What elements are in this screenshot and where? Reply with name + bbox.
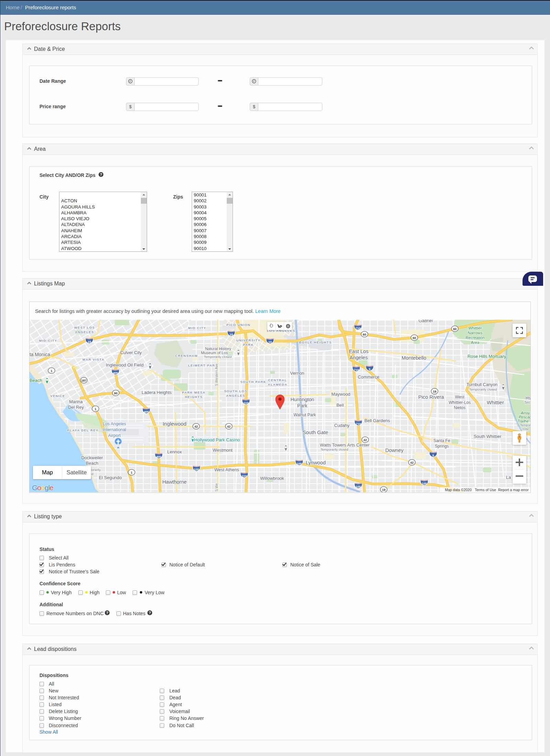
svg-text:HEIGHTS: HEIGHTS [185,395,203,399]
svg-text:West: West [455,395,464,399]
svg-text:East Los: East Los [349,349,368,354]
svg-text:MAR VISTA: MAR VISTA [82,358,104,361]
svg-text:MID-CITY: MID-CITY [39,339,57,342]
svg-text:60: 60 [413,336,416,340]
svg-text:60: 60 [453,327,457,331]
svg-text:Angeles: Angeles [349,355,368,360]
svg-text:1: 1 [94,407,96,411]
svg-text:Trailhe: Trailhe [517,419,529,423]
svg-text:West Athens: West Athens [214,467,239,472]
svg-text:ANGELES: ANGELES [226,394,245,397]
svg-text:VENICE: VENICE [50,394,65,398]
svg-text:ta Monica: ta Monica [30,352,50,357]
svg-text:105: 105 [296,462,302,465]
svg-text:Cudahy: Cudahy [334,423,350,428]
svg-text:Natural History: Natural History [205,347,231,351]
svg-text:Los Angeles: Los Angeles [103,421,126,426]
svg-text:S Western Ave: S Western Ave [215,363,218,386]
svg-text:105: 105 [356,485,361,488]
svg-text:close: close [521,427,529,431]
svg-text:Museum of Los...: Museum of Los... [201,351,231,355]
svg-text:Whittier-Los: Whittier-Los [449,400,471,405]
svg-text:Ladera Heights: Ladera Heights [142,390,171,395]
svg-text:CRENSHAW: CRENSHAW [175,354,198,358]
svg-text:WEST LOS: WEST LOS [74,326,95,329]
svg-text:42: 42 [410,461,414,464]
svg-text:Ten: Ten [524,401,530,405]
svg-text:Pescac: Pescac [519,415,530,419]
svg-text:Commerce: Commerce [358,374,379,380]
svg-text:1: 1 [131,471,132,474]
svg-text:Temporarily closed: Temporarily closed [469,387,497,391]
svg-text:ALAMEDA: ALAMEDA [268,383,287,386]
svg-text:710: 710 [356,422,361,426]
svg-text:Rose Hills Mortuary: Rose Hills Mortuary [468,354,506,359]
svg-text:Hollywood Park Casino: Hollywood Park Casino [194,437,240,442]
svg-text:110: 110 [242,474,247,478]
svg-text:Culver City: Culver City [120,350,142,355]
svg-text:Hawthorne: Hawthorne [162,479,187,485]
svg-text:Tempor: Tempor [520,424,530,427]
svg-text:Hs: Hs [526,396,530,400]
svg-text:10: 10 [88,340,91,343]
svg-text:Inglewood Oil Field: Inglewood Oil Field [106,362,144,368]
svg-text:Dockweiler: Dockweiler [81,455,103,460]
svg-text:405: 405 [144,410,149,414]
svg-text:Beach: Beach [30,378,42,383]
svg-text:10: 10 [268,340,272,344]
svg-text:Area: Area [471,340,480,345]
svg-text:19: 19 [433,390,436,393]
svg-text:PLAYA DEL REY: PLAYA DEL REY [67,428,98,432]
svg-text:Whittier: Whittier [469,326,482,330]
svg-text:PARK: PARK [243,343,254,347]
svg-text:105: 105 [422,482,427,485]
svg-text:SOUTH PARK: SOUTH PARK [240,380,266,384]
svg-text:5: 5 [369,368,370,371]
svg-text:Nietos: Nietos [454,405,465,410]
svg-text:Westmont: Westmont [213,448,233,453]
svg-text:60: 60 [363,333,366,336]
svg-text:BOYLE HEIGHTS: BOYLE HEIGHTS [299,340,332,344]
svg-text:42: 42 [227,425,231,428]
svg-text:105: 105 [194,468,199,471]
svg-text:MID CITY: MID CITY [188,326,206,330]
svg-text:Montebello: Montebello [402,355,426,361]
svg-text:Narrows: Narrows [468,331,483,335]
svg-text:PARK MESA: PARK MESA [182,391,206,394]
svg-text:Gabriel: Gabriel [418,320,433,323]
svg-text:Walnut Park: Walnut Park [294,413,316,417]
svg-text:Springs: Springs [435,444,449,449]
svg-text:405: 405 [113,371,118,375]
svg-text:International: International [103,427,126,432]
svg-text:Bell: Bell [336,403,344,408]
svg-text:Lynwood: Lynwood [306,460,326,465]
svg-text:Pico Rivera: Pico Rivera [418,394,444,400]
svg-text:Watts Towers Arts Center: Watts Towers Arts Center [320,442,370,448]
svg-text:SOUTH LOS: SOUTH LOS [224,389,247,393]
svg-text:South Gate: South Gate [303,430,328,435]
svg-text:90: 90 [114,392,117,395]
svg-text:Airport: Airport [108,433,121,438]
svg-text:Marina: Marina [69,399,83,404]
svg-text:Turnbull Canyon: Turnbull Canyon [467,382,498,387]
svg-text:405: 405 [156,455,161,459]
svg-text:42: 42 [363,438,367,442]
svg-text:Park: Park [297,403,307,408]
svg-text:Lennox: Lennox [167,449,182,454]
svg-text:10: 10 [229,333,233,336]
svg-text:710: 710 [355,327,360,330]
svg-text:UNIVERSITY: UNIVERSITY [236,338,261,342]
svg-text:Inglewood: Inglewood [162,421,186,427]
svg-text:ANGELES: ANGELES [75,330,94,334]
svg-text:CENTRAL: CENTRAL [268,378,287,382]
svg-text:El Segundo: El Segundo [99,475,122,480]
svg-text:Arroy: Arroy [520,411,530,415]
svg-text:Del Rey: Del Rey [68,405,84,410]
svg-text:Bell Gardens: Bell Gardens [364,418,390,423]
svg-text:Downey: Downey [385,448,404,453]
svg-text:Willowbrook: Willowbrook [260,476,284,481]
svg-text:187: 187 [81,379,86,382]
svg-text:Beach: Beach [86,461,99,466]
svg-text:Temporarily closed: Temporarily closed [321,448,348,451]
svg-text:Whittier: Whittier [487,400,504,405]
